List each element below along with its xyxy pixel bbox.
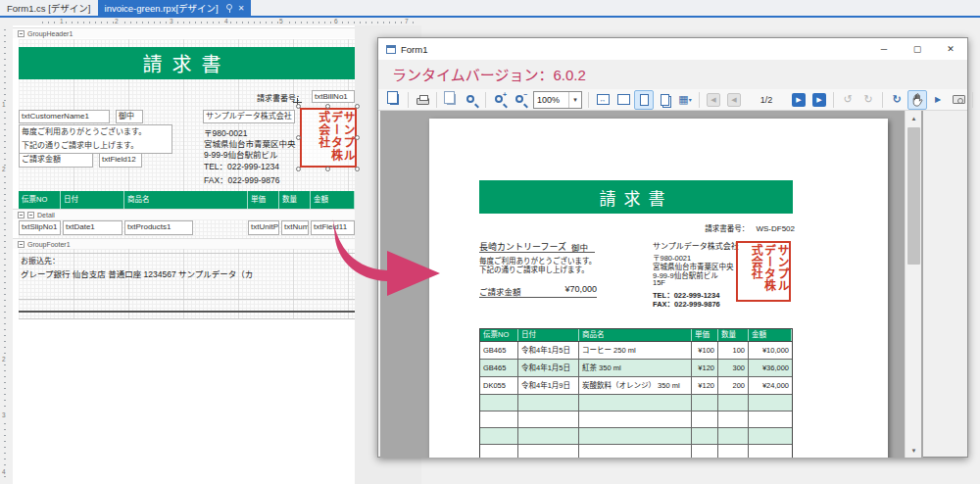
ruler-number: 7 [404, 18, 410, 24]
play-button[interactable]: ▶ [928, 90, 948, 110]
greeting-line1: 毎度ご利用ありがとうございます。 [22, 125, 170, 139]
col-header[interactable]: 金額 [311, 191, 355, 209]
find-button[interactable] [462, 90, 481, 110]
company-stamp[interactable]: サンプル データ株 式会社 [300, 108, 357, 168]
minimize-button[interactable]: ─ [867, 38, 901, 60]
chevron-down-icon[interactable]: ▾ [568, 92, 581, 108]
field-txtSlipNo1[interactable]: txtSlipNo1 [19, 220, 61, 235]
col-header[interactable]: 日付 [61, 191, 124, 209]
col-header[interactable]: 数量 [279, 191, 311, 209]
cell-amount: ¥10,000 [749, 342, 792, 359]
col-header[interactable]: 単価 [248, 191, 279, 209]
tab-form1cs[interactable]: Form1.cs [デザイン] [0, 0, 98, 16]
stamp-column: 式会社 [749, 244, 761, 299]
zoom-out-button[interactable]: − [511, 90, 530, 110]
selection-handle[interactable] [325, 104, 330, 109]
zoom-select[interactable]: 100% ▾ [533, 91, 582, 109]
preview-pane[interactable]: 請求書 請求書番号： WS-DF502 長崎カントリーフーズ 御中 毎度ご利用あ… [380, 111, 923, 458]
maximize-button[interactable]: ▢ [901, 38, 934, 60]
last-page-button[interactable]: ▶ [809, 90, 829, 110]
scroll-down-icon[interactable]: ▼ [906, 443, 922, 458]
prev-page-button[interactable]: ◀ [724, 90, 744, 110]
close-button[interactable]: ✕ [934, 38, 967, 60]
designer-title-label[interactable]: 請求書 [19, 47, 355, 79]
snapshot-button[interactable] [949, 90, 968, 110]
selection-handle[interactable] [355, 104, 360, 109]
table-row-empty [480, 428, 792, 445]
selection-handle[interactable] [296, 135, 301, 140]
selection-handle[interactable] [355, 135, 360, 140]
field-txtProducts1[interactable]: txtProducts1 [124, 220, 193, 235]
field-txtUnitP[interactable]: txtUnitP [248, 220, 279, 235]
scrollbar-thumb[interactable] [907, 127, 920, 265]
section-label: Detail [37, 212, 55, 218]
refresh-button[interactable]: ↻ [887, 90, 906, 110]
invoice-table: 伝票NO 日付 商品名 単価 数量 金額 GB465 令和4年1月5日 コーヒー… [479, 328, 793, 458]
field-txtNum[interactable]: txtNum [281, 220, 309, 235]
collapse-icon[interactable] [18, 30, 24, 37]
history-back-button[interactable]: ↺ [838, 90, 858, 110]
field-txtField12[interactable]: txtField12 [99, 153, 142, 168]
bank-label[interactable]: お振込先： [21, 255, 60, 266]
selection-handle[interactable] [296, 167, 301, 171]
section-header-groupheader1[interactable]: GroupHeader1 [13, 27, 355, 38]
ruler-number: 2 [114, 18, 120, 24]
company-tel[interactable]: TEL：022-999-1234 [204, 160, 279, 171]
screenshot-root: Form1.cs [デザイン] invoice-green.rpx[デザイン] … [0, 0, 980, 484]
section-header-groupfooter1[interactable]: GroupFooter1 [13, 238, 355, 249]
selection-handle[interactable] [296, 104, 301, 109]
tab-invoice-green[interactable]: invoice-green.rpx[デザイン] ✕ [98, 0, 252, 16]
copy-text-button[interactable] [441, 90, 461, 110]
bill-no-value: WS-DF502 [756, 224, 795, 233]
selection-handle[interactable] [325, 167, 330, 171]
first-page-button[interactable]: ◀ [704, 90, 723, 110]
groupfooter-band[interactable] [19, 249, 355, 318]
field-txtBillNo1[interactable]: txtBillNo1 [312, 90, 355, 103]
col-header[interactable]: 伝票NO [19, 191, 61, 209]
next-page-button[interactable]: ▶ [789, 90, 808, 110]
selection-handle[interactable] [355, 167, 360, 171]
print-button[interactable] [413, 90, 432, 110]
stamp-column: サンプル [775, 244, 788, 299]
ruler-number: 2 [2, 356, 6, 363]
bank-detail[interactable]: グレープ銀行 仙台支店 普通口座 1234567 サンプルデータ（カ [21, 267, 253, 279]
multipage-view-button[interactable]: ▦▾ [675, 90, 695, 110]
fit-width-button[interactable]: ↔ [593, 90, 612, 110]
whole-page-button[interactable] [613, 90, 633, 110]
company-address2[interactable]: 9-99-9仙台駅前ビル [204, 148, 278, 160]
preview-scrollbar[interactable]: ▲ ▼ [905, 111, 921, 458]
col-header[interactable]: 商品名 [124, 191, 248, 209]
window-title-bar[interactable]: Form1 ─ ▢ ✕ [378, 38, 967, 60]
callout-arrow [326, 212, 446, 296]
zoom-in-button[interactable]: + [490, 90, 510, 110]
col-header: 単価 [692, 329, 718, 341]
pin-icon[interactable] [226, 4, 232, 10]
cell-product: コーヒー 250 ml [579, 342, 692, 359]
designer-table-header[interactable]: 伝票NO 日付 商品名 単価 数量 金額 [19, 191, 355, 209]
field-txtCustomerName1[interactable]: txtCustomerName1 [19, 110, 110, 123]
amount-label[interactable]: ご請求金額 [19, 153, 93, 168]
cell-amount: ¥24,000 [749, 377, 792, 394]
continuous-view-button[interactable] [655, 90, 674, 110]
field-txtDate1[interactable]: txtDate1 [63, 220, 122, 235]
document-tab-bar: Form1.cs [デザイン] invoice-green.rpx[デザイン] … [0, 0, 980, 16]
pan-tool-button[interactable] [907, 90, 927, 110]
company-name-label[interactable]: サンプルデータ株式会社 [203, 110, 295, 123]
runtime-version-label: ランタイムバージョン：6.0.2 [392, 64, 586, 84]
stamp-column: データ株 [329, 111, 342, 165]
history-forward-button[interactable]: ↻ [858, 90, 878, 110]
honorific-label[interactable]: 御中 [116, 110, 143, 123]
close-icon[interactable]: ✕ [238, 4, 245, 13]
scroll-up-icon[interactable]: ▲ [906, 111, 922, 125]
company-fax[interactable]: FAX：022-999-9876 [204, 173, 280, 185]
table-row: GB465 令和4年1月5日 紅茶 350 ml ¥120 300 ¥36,00… [480, 360, 792, 377]
single-page-button[interactable] [634, 90, 654, 110]
greeting-label[interactable]: 毎度ご利用ありがとうございます。 下記の通りご請求申し上げます。 [19, 124, 172, 154]
hand-icon [911, 93, 924, 107]
collapse-icon[interactable] [18, 241, 24, 248]
copy-button[interactable] [384, 90, 404, 110]
section-header-detail[interactable]: Detail [13, 209, 355, 219]
cell-date: 令和4年1月5日 [518, 342, 579, 359]
collapse-icon[interactable] [18, 212, 24, 218]
bill-no-line: 請求書番号： WS-DF502 [705, 222, 795, 233]
